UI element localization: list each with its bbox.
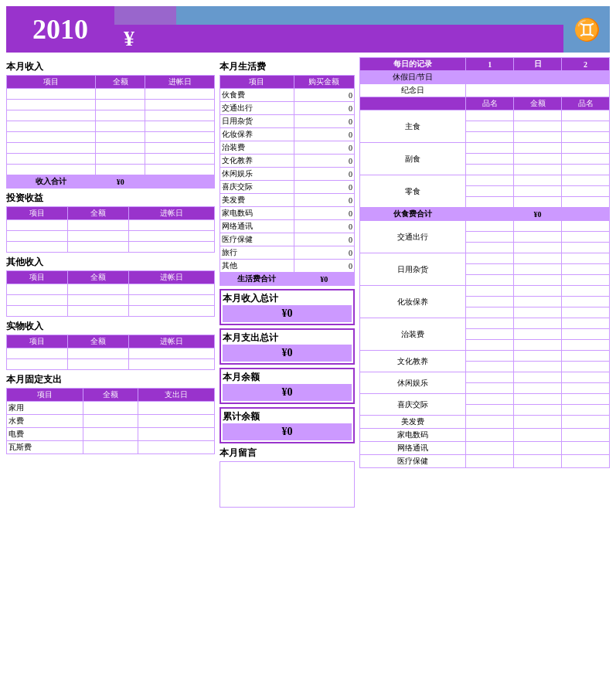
sub-header-row: 品名 金额 品名 [360,97,610,110]
table-row: 休闲娱乐0 [220,168,355,181]
table-row: 瓦斯费 [7,441,215,454]
category-row-mainfood: 主食 [360,110,610,121]
holiday-value [466,71,610,84]
living-total-label: 生活费合计 [220,273,294,286]
table-row [7,348,215,359]
cumulative-balance-box: 累计余额 ¥0 [220,407,355,443]
table-row [7,220,215,231]
table-row: 文化教养0 [220,155,355,168]
other-header-row: 项目 全额 进帐日 [7,271,215,284]
table-row [466,351,514,362]
living-total-amount: ¥0 [294,273,354,286]
table-row: 其他0 [220,260,355,273]
table-row [7,359,215,370]
header: 2010 ¥ ♊ [6,6,610,53]
fixed-header-row: 项目 全额 支出日 [7,389,215,402]
monthly-expense-title: 本月支出总计 [223,331,352,345]
income-total-row: 收入合计 ¥0 [7,175,215,189]
income-col-item: 项目 [7,76,96,89]
haircut-label: 美发费 [360,416,466,429]
investment-header-row: 项目 全额 进帐日 [7,207,215,220]
monthly-expense-box: 本月支出总计 ¥0 [220,328,355,365]
income-total-amount: ¥0 [96,175,145,189]
income-header-row: 项目 全额 进帐日 [7,76,215,89]
month-bar [114,6,563,25]
fixed-col-item: 项目 [7,389,83,402]
table-row [466,372,514,383]
inv-col-date: 进帐日 [129,207,215,220]
monthly-balance-amount: ¥0 [223,384,352,401]
table-row [562,318,610,329]
category-row-daily: 日用杂货 [360,253,610,264]
table-row [7,231,215,242]
table-row: 化妆保养0 [220,128,355,141]
transport-label: 交通出行 [360,221,466,253]
fixed-col-date: 支出日 [138,389,214,402]
category-row-electronics: 家电数码 [360,429,610,442]
table-row: 喜庆交际0 [220,181,355,194]
category-row-clothing: 治装费 [360,318,610,329]
table-row [514,394,562,405]
celebration-label: 喜庆交际 [360,394,466,416]
name-col-header2: 品名 [562,97,610,110]
living-header-row: 项目 购买金额 [220,76,355,89]
income-col-amount: 全额 [96,76,145,89]
table-row [466,286,514,297]
monthly-balance-title: 本月余额 [223,371,352,384]
phys-col-amount: 全额 [68,335,129,348]
cumulative-amount: ¥0 [223,423,352,440]
food-subtotal-empty2 [562,208,610,221]
table-row [466,455,514,468]
year-display: 2010 [6,6,114,53]
clothing-label: 治装费 [360,318,466,351]
table-row [7,154,215,165]
income-title: 本月收入 [6,60,215,73]
day1-header: 1 [466,58,514,71]
category-row-network: 网络通讯 [360,442,610,455]
mid-column: 本月生活费 项目 购买金额 伙食费0 交通出行0 日用杂货0 化妆保养0 治装费… [220,57,355,508]
anniversary-value [466,84,610,97]
inv-col-amount: 全额 [68,207,129,220]
food-subtotal-row: 伙食费合计 ¥0 [360,208,610,221]
table-row [466,221,514,232]
food-subtotal-label: 伙食费合计 [360,208,466,221]
table-row [466,318,514,329]
table-row [514,351,562,362]
table-row: 美发费0 [220,194,355,207]
page: 2010 ¥ ♊ 本月收入 项目 全额 [0,0,616,514]
anniversary-row: 纪念日 [360,84,610,97]
empty-header [360,97,466,110]
table-row: 旅行0 [220,246,355,260]
other-col-item: 项目 [7,271,68,284]
electronics-label: 家电数码 [360,429,466,442]
day-label-header: 日 [514,58,562,71]
header-middle: ¥ [114,6,563,53]
table-row [514,175,562,186]
category-row-sidefood: 副食 [360,143,610,154]
physical-income-table: 项目 全额 进帐日 [6,335,215,370]
day2-header: 2 [562,58,610,71]
anniversary-label: 纪念日 [360,84,466,97]
living-total-row: 生活费合计 ¥0 [220,273,355,286]
table-row [562,221,610,232]
table-row [7,306,215,317]
table-row [466,442,514,455]
left-column: 本月收入 项目 全额 进帐日 [6,57,215,508]
table-row [514,143,562,154]
table-row [562,110,610,121]
sidefood-label: 副食 [360,143,466,175]
table-row [466,394,514,405]
table-row [562,455,610,468]
fixed-item-gassfei: 瓦斯费 [7,441,83,454]
inv-col-item: 项目 [7,207,68,220]
table-row [562,416,610,429]
table-row [7,284,215,295]
table-row [466,175,514,186]
table-row [466,416,514,429]
note-area[interactable] [220,461,355,508]
table-row: 交通出行0 [220,102,355,115]
table-row: 治装费0 [220,141,355,155]
table-row: 医疗保健0 [220,233,355,246]
medical-label: 医疗保健 [360,455,466,468]
year-text: 2010 [32,13,88,46]
